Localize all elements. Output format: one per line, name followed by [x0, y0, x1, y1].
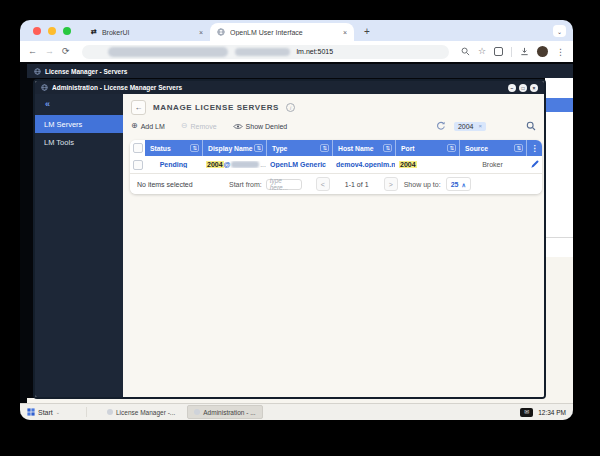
mail-icon[interactable]: ✉	[520, 408, 533, 417]
redacted-display-name	[231, 161, 259, 168]
close-window-button[interactable]	[33, 27, 41, 35]
sidebar-item-label: LM Servers	[44, 120, 82, 129]
start-button[interactable]: Start ⌄	[27, 408, 60, 416]
tab-label: BrokerUI	[102, 29, 130, 36]
host-link[interactable]: demov4.openlm.net	[336, 161, 395, 168]
table-row[interactable]: Pending 2004 @ ... OpenLM Generic	[130, 156, 542, 173]
sidebar-collapse-icon[interactable]: «	[35, 94, 123, 115]
search-filter-chip[interactable]: 2004 ×	[454, 122, 486, 131]
row-checkbox[interactable]	[133, 160, 143, 170]
tab-label: OpenLM User Interface	[230, 29, 303, 36]
sort-icon[interactable]: ⇅	[514, 144, 523, 152]
toolbar-divider	[511, 47, 512, 57]
sidebar-item-lm-tools[interactable]: LM Tools	[35, 133, 123, 151]
back-icon[interactable]: ←	[28, 47, 37, 56]
outer-window-page-sliver	[545, 78, 573, 403]
window-controls: − □ ×	[508, 84, 538, 92]
start-logo-icon	[27, 408, 35, 416]
start-chevron-icon: ⌄	[56, 409, 60, 415]
window-app-icon	[34, 68, 41, 75]
minimize-window-button[interactable]	[48, 27, 56, 35]
redacted-url-chip	[108, 47, 228, 57]
info-icon[interactable]: i	[286, 103, 295, 112]
bookmark-star-icon[interactable]: ☆	[478, 47, 486, 56]
downloads-icon[interactable]	[520, 47, 529, 56]
selection-status: No items selected	[130, 181, 229, 188]
forward-icon[interactable]: →	[45, 47, 54, 56]
taskbar-item-label: Administration - ...	[203, 409, 255, 416]
start-from-input[interactable]: type here...	[266, 179, 302, 190]
column-label: Type	[272, 145, 287, 152]
plus-circle-icon: ⊕	[131, 122, 138, 130]
redacted-url-text	[235, 48, 290, 56]
column-header-display-name[interactable]: Display Name ⇅	[202, 140, 266, 156]
window-close-icon[interactable]: ×	[530, 84, 538, 92]
next-page-button[interactable]: >	[384, 177, 398, 191]
close-tab-icon[interactable]: ×	[343, 29, 347, 36]
sort-icon[interactable]: ⇅	[190, 144, 199, 152]
window-minimize-icon[interactable]: −	[508, 84, 516, 92]
column-header-status[interactable]: Status ⇅	[145, 140, 202, 156]
cell-host-name: demov4.openlm.net	[332, 161, 395, 168]
window-maximize-icon[interactable]: □	[519, 84, 527, 92]
inner-window-titlebar[interactable]: Administration - License Manager Servers…	[35, 81, 544, 94]
status-link[interactable]: Pending	[160, 161, 188, 168]
clear-filter-icon[interactable]: ×	[478, 123, 482, 129]
screenshot-root: ⇄ BrokerUI × OpenLM User Interface × + ⌄…	[0, 0, 600, 456]
pagination-range: 1-1 of 1	[336, 181, 378, 188]
tab-overflow-chevron-icon[interactable]: ⌄	[553, 25, 566, 37]
show-denied-button[interactable]: Show Denied	[233, 123, 288, 130]
type-link[interactable]: OpenLM Generic	[270, 161, 326, 168]
cell-status: Pending	[145, 161, 202, 168]
add-lm-button[interactable]: ⊕ Add LM	[131, 122, 165, 130]
tab-openlm-user-interface[interactable]: OpenLM User Interface ×	[210, 23, 354, 41]
table-options-kebab-icon[interactable]: ⋮	[526, 140, 542, 156]
outer-window-titlebar[interactable]: License Manager - Servers	[27, 64, 573, 78]
sort-icon[interactable]: ⇅	[254, 144, 263, 152]
column-header-port[interactable]: Port ⇅	[395, 140, 459, 156]
inner-window-title: Administration - License Manager Servers	[52, 84, 182, 91]
new-tab-button[interactable]: +	[364, 26, 370, 37]
table-footer: No items selected Start from: type here.…	[130, 173, 542, 194]
column-label: Display Name	[208, 145, 253, 152]
tab-brokerui[interactable]: ⇄ BrokerUI ×	[84, 23, 210, 41]
column-header-source[interactable]: Source ⇅	[459, 140, 526, 156]
page-size-value: 25	[451, 181, 459, 188]
zoom-window-button[interactable]	[63, 27, 71, 35]
tab-strip: ⇄ BrokerUI × OpenLM User Interface × + ⌄	[20, 20, 573, 41]
column-header-type[interactable]: Type ⇅	[266, 140, 332, 156]
sidebar-item-label: LM Tools	[44, 138, 74, 147]
profile-avatar[interactable]	[537, 46, 548, 57]
cell-type: OpenLM Generic	[266, 161, 332, 168]
reload-icon[interactable]: ⟳	[62, 47, 70, 56]
inner-window: Administration - License Manager Servers…	[33, 79, 546, 399]
back-button[interactable]: ←	[131, 100, 146, 115]
start-from-label: Start from:	[229, 181, 262, 188]
taskbar: Start ⌄ License Manager -... Administrat…	[20, 403, 573, 420]
extensions-icon[interactable]	[494, 47, 503, 56]
page-size-select[interactable]: 25 ∧	[446, 177, 471, 191]
sort-icon[interactable]: ⇅	[320, 144, 329, 152]
search-icon[interactable]	[526, 121, 536, 131]
zoom-page-icon[interactable]	[461, 47, 470, 56]
edit-pencil-icon[interactable]	[530, 160, 539, 169]
refresh-icon[interactable]	[436, 121, 446, 131]
start-label: Start	[38, 409, 53, 416]
select-all-cell	[130, 140, 145, 156]
sort-icon[interactable]: ⇅	[383, 144, 392, 152]
task-window-icon	[194, 409, 200, 415]
chevron-up-icon: ∧	[461, 181, 465, 188]
macos-traffic-lights[interactable]	[33, 27, 71, 35]
sort-icon[interactable]: ⇅	[447, 144, 456, 152]
close-tab-icon[interactable]: ×	[199, 29, 203, 36]
select-all-checkbox[interactable]	[133, 143, 143, 153]
prev-page-button[interactable]: <	[316, 177, 330, 191]
column-header-host-name[interactable]: Host Name ⇅	[332, 140, 395, 156]
window-app-icon	[41, 84, 48, 91]
remove-button[interactable]: ⊖ Remove	[181, 122, 217, 130]
taskbar-item-license-manager[interactable]: License Manager -...	[101, 406, 181, 418]
sidebar-item-lm-servers[interactable]: LM Servers	[35, 115, 123, 133]
browser-menu-kebab-icon[interactable]: ⋮	[556, 47, 565, 57]
address-bar[interactable]: lm.net:5015	[82, 45, 449, 59]
taskbar-item-administration[interactable]: Administration - ...	[187, 405, 262, 419]
